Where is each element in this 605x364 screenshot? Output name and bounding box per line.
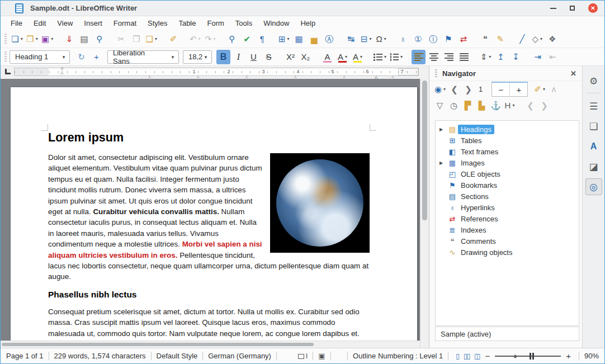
font-name-combo[interactable]: Liberation Sans xyxy=(107,50,179,64)
find-and-replace-button[interactable]: ⚲ xyxy=(225,32,239,46)
navigator-item-hyperlinks[interactable]: ♁Hyperlinks xyxy=(436,202,579,213)
navigator-item-text-frames[interactable]: ◧Text frames xyxy=(436,146,579,157)
expander-icon[interactable]: ▶ xyxy=(439,127,447,132)
panel-grip[interactable] xyxy=(435,69,437,77)
save-button[interactable]: ▣▾ xyxy=(40,32,54,46)
track-changes-button[interactable]: ✎ xyxy=(493,32,507,46)
menu-file[interactable]: File xyxy=(5,17,28,29)
redo-dropdown-arrow[interactable]: ▾ xyxy=(213,36,215,41)
strikethrough-button[interactable]: S xyxy=(262,50,276,64)
document-heading-1[interactable]: Lorem ipsum xyxy=(48,131,370,145)
navigator-item-bookmarks[interactable]: ⚑Bookmarks xyxy=(436,179,579,191)
navigate-by-button[interactable]: ◉▾ xyxy=(433,82,447,97)
insert-cross-reference-button[interactable]: ⇄ xyxy=(456,32,470,46)
navigator-item-ole-objects[interactable]: ◰OLE objects xyxy=(436,168,579,179)
undo-dropdown-arrow[interactable]: ▾ xyxy=(198,36,200,41)
navigator-item-sections[interactable]: ▤Sections xyxy=(436,191,579,202)
outline-tracking-button[interactable]: ◷ xyxy=(447,98,460,113)
print-preview-button[interactable]: ⚲ xyxy=(92,32,106,46)
text-language[interactable]: German (Germany) xyxy=(208,352,271,360)
navigator-deck-icon[interactable]: ◎ xyxy=(585,178,602,195)
menu-insert[interactable]: Insert xyxy=(78,17,108,29)
line-spacing-button[interactable]: ⇕▾ xyxy=(479,50,493,64)
menu-window[interactable]: Window xyxy=(258,17,295,29)
close-icon[interactable]: ✕ xyxy=(588,3,598,13)
chevron-down-icon[interactable] xyxy=(167,51,178,63)
navigator-item-references[interactable]: ⇄References xyxy=(436,213,579,224)
insert-page-break-button[interactable]: ↹ xyxy=(344,32,358,46)
highlighting-color-dropdown-arrow[interactable]: ▾ xyxy=(360,54,362,59)
insert-chart-button[interactable]: ▅ xyxy=(307,32,321,46)
horizontal-scrollbar[interactable] xyxy=(1,341,420,348)
unordered-list-button[interactable]: ▾ xyxy=(372,50,387,64)
underline-button[interactable]: U xyxy=(247,50,261,64)
bold-button[interactable]: B xyxy=(216,50,230,64)
insert-field-button[interactable]: ⊟▾ xyxy=(359,32,373,46)
font-color-dropdown-arrow[interactable]: ▾ xyxy=(345,54,347,59)
justified-button[interactable] xyxy=(457,50,471,64)
insert-image-button[interactable]: ▦ xyxy=(292,32,306,46)
zoom-out-button[interactable]: − xyxy=(482,351,493,361)
earth-image[interactable] xyxy=(270,153,370,253)
insert-hyperlink-button[interactable]: ♁ xyxy=(396,32,410,46)
minimize-icon[interactable] xyxy=(550,8,556,9)
insert-table-button[interactable]: ⊞▾ xyxy=(277,32,291,46)
show-draw-functions-button[interactable]: ❖ xyxy=(545,32,559,46)
insert-endnote-button[interactable]: ⓘ xyxy=(426,32,440,46)
outline-level-status[interactable]: Outline Numbering : Level 1 xyxy=(353,352,443,360)
styles-deck-icon[interactable]: A xyxy=(585,138,602,155)
align-right-button[interactable] xyxy=(442,50,456,64)
zoom-slider-thumb[interactable] xyxy=(530,353,534,360)
open-file-dropdown-arrow[interactable]: ▾ xyxy=(36,36,38,41)
ordered-list-button[interactable]: ▾ xyxy=(389,50,404,64)
increase-paragraph-spacing-button[interactable]: ↥ xyxy=(494,50,508,64)
multiple-page-view-icon[interactable]: ▯▯ xyxy=(464,352,470,360)
insert-footnote-button[interactable]: ① xyxy=(411,32,425,46)
document-modified-icon[interactable]: ▣ xyxy=(318,352,325,360)
navigator-item-indexes[interactable]: ≣Indexes xyxy=(436,224,579,235)
new-document-button[interactable]: ❏▾ xyxy=(10,32,24,46)
navigator-item-headings[interactable]: ▶▤Headings xyxy=(436,124,579,135)
toolbar-grip[interactable] xyxy=(4,34,7,45)
align-left-button[interactable] xyxy=(412,50,426,64)
spin-plus-button[interactable]: + xyxy=(510,83,527,96)
insert-line-button[interactable]: ╱ xyxy=(515,32,529,46)
menu-help[interactable]: Help xyxy=(295,17,321,29)
zoom-slider[interactable] xyxy=(495,352,561,360)
zoom-level[interactable]: 90% xyxy=(584,352,599,360)
basic-shapes-button[interactable]: ◇▾ xyxy=(530,32,544,46)
vertical-scrollbar-thumb[interactable] xyxy=(422,81,427,220)
selection-mode-icon[interactable]: I xyxy=(298,352,308,360)
document-page[interactable]: Lorem ipsum Dolor sit amet, consectetur … xyxy=(11,87,417,348)
menu-styles[interactable]: Styles xyxy=(142,17,173,29)
toolbar-grip[interactable] xyxy=(4,51,7,63)
navigator-item-images[interactable]: ▶▦Images xyxy=(436,157,579,168)
paragraph-style-combo[interactable]: Heading 1 xyxy=(10,50,70,64)
open-file-button[interactable]: ❒▾ xyxy=(25,32,39,46)
sidebar-settings-icon[interactable]: ⚙ xyxy=(585,73,602,89)
navigator-item-tables[interactable]: ⊞Tables xyxy=(436,135,579,146)
single-page-view-icon[interactable]: ▯ xyxy=(456,352,459,360)
expander-icon[interactable]: ▶ xyxy=(439,160,447,166)
formatting-marks-button[interactable]: ¶ xyxy=(255,32,269,46)
spelling-button[interactable]: ✔ xyxy=(240,32,254,46)
insert-text-box-button[interactable]: Ⓐ xyxy=(322,32,336,46)
navigator-documents-list[interactable]: Sample (active) xyxy=(435,327,579,341)
drag-mode-dropdown-arrow[interactable]: ▾ xyxy=(543,87,545,92)
page-style[interactable]: Default Style xyxy=(157,352,198,360)
menu-tools[interactable]: Tools xyxy=(230,17,258,29)
save-dropdown-arrow[interactable]: ▾ xyxy=(51,36,53,41)
document-paragraph-1[interactable]: Dolor sit amet, consectetur adipiscing e… xyxy=(48,152,370,282)
chevron-down-icon[interactable] xyxy=(58,51,69,63)
menu-edit[interactable]: Edit xyxy=(28,17,51,29)
update-style-button[interactable]: ↻ xyxy=(74,50,88,64)
line-spacing-dropdown-arrow[interactable]: ▾ xyxy=(489,54,491,59)
insert-field-dropdown-arrow[interactable]: ▾ xyxy=(369,36,371,41)
insert-bookmark-button[interactable]: ⚑ xyxy=(441,32,455,46)
insert-comment-button[interactable]: ❝ xyxy=(478,32,492,46)
footer-button[interactable]: ▙ xyxy=(475,98,488,113)
indent-marker-icon[interactable]: ▽△ xyxy=(59,68,65,74)
header-button[interactable]: ▛ xyxy=(461,98,474,113)
next-button[interactable]: ❯ xyxy=(462,82,475,97)
restore-icon[interactable] xyxy=(570,6,575,11)
